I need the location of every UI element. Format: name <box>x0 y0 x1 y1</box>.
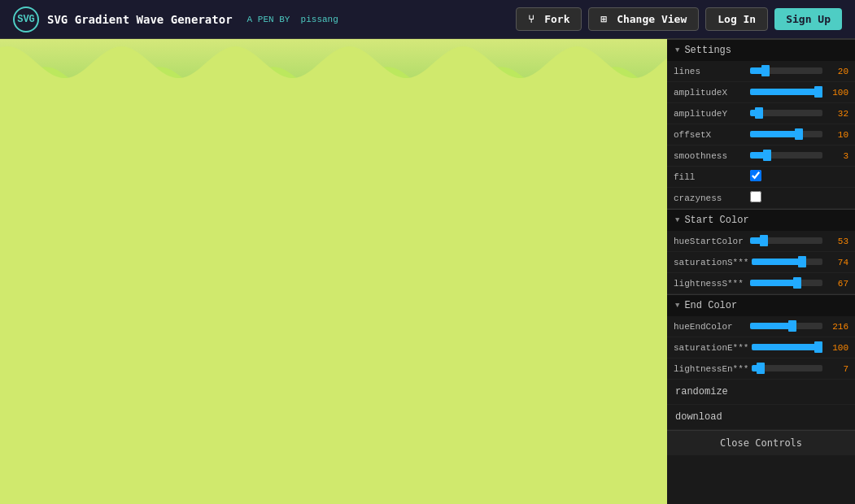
saturationStart-label: saturationS*** <box>674 258 748 267</box>
offsetX-slider-wrap <box>750 129 822 141</box>
app-title: SVG Gradient Wave Generator <box>47 13 233 26</box>
saturationEnd-value: 100 <box>826 343 848 353</box>
settings-section-header[interactable]: Settings <box>667 39 855 61</box>
start-color-label: Start Color <box>684 215 748 226</box>
hueEndColor-label: hueEndColor <box>674 322 747 332</box>
end-color-label: End Color <box>684 300 737 311</box>
randomize-row[interactable]: randomize <box>667 380 855 405</box>
fill-control-row: fill <box>667 167 855 188</box>
hueStartColor-slider-wrap <box>750 236 822 247</box>
lightnessStart-value: 67 <box>826 279 848 289</box>
lightnessEnd-slider-wrap <box>752 363 822 375</box>
fill-label: fill <box>674 172 747 182</box>
download-label: download <box>675 411 722 423</box>
hueStartColor-value: 53 <box>826 237 848 246</box>
hueStartColor-control-row: hueStartColor 53 <box>667 231 855 252</box>
topbar-actions: ⑂ Fork ⊞ Change View Log In Sign Up <box>516 7 842 31</box>
pen-by: A PEN BY pissang <box>247 15 338 24</box>
logo-text: SVG <box>17 14 35 25</box>
end-color-section-header[interactable]: End Color <box>667 294 855 316</box>
amplitudeX-slider[interactable] <box>750 89 822 95</box>
hueEndColor-slider-wrap <box>750 321 822 332</box>
wave-svg <box>0 39 667 504</box>
randomize-label: randomize <box>675 386 728 398</box>
amplitudeY-label: amplitudeY <box>674 109 747 119</box>
saturationStart-slider[interactable] <box>752 259 822 265</box>
controls-panel: Settings lines 20 amplitudeX 100 amplitu… <box>667 39 855 504</box>
fork-icon: ⑂ <box>528 13 534 25</box>
offsetX-control-row: offsetX 10 <box>667 124 855 146</box>
login-button[interactable]: Log In <box>705 7 768 31</box>
offsetX-value: 10 <box>826 130 848 140</box>
wave-canvas-area <box>0 39 667 504</box>
lines-slider[interactable] <box>750 67 822 74</box>
amplitudeX-value: 100 <box>826 88 848 98</box>
amplitudeY-slider[interactable] <box>750 110 822 116</box>
change-view-icon: ⊞ <box>600 13 607 25</box>
lines-slider-wrap <box>750 66 822 77</box>
saturationEnd-control-row: saturationE*** 100 <box>667 337 855 358</box>
amplitudeX-slider-wrap <box>750 87 822 98</box>
signup-button[interactable]: Sign Up <box>774 8 842 30</box>
fill-checkbox[interactable] <box>750 170 761 181</box>
amplitudeX-control-row: amplitudeX 100 <box>667 82 855 103</box>
crazyness-checkbox[interactable] <box>750 191 761 202</box>
saturationStart-value: 74 <box>826 258 848 267</box>
lines-label: lines <box>674 67 747 76</box>
close-controls-button[interactable]: Close Controls <box>667 430 855 455</box>
change-view-button[interactable]: ⊞ Change View <box>588 7 699 31</box>
smoothness-slider[interactable] <box>750 152 822 159</box>
fork-button[interactable]: ⑂ Fork <box>516 7 582 31</box>
amplitudeX-label: amplitudeX <box>674 88 747 98</box>
logo-icon: SVG <box>13 7 39 33</box>
hueStartColor-slider[interactable] <box>750 237 822 244</box>
smoothness-control-row: smoothness 3 <box>667 146 855 167</box>
lightnessStart-slider-wrap <box>750 278 822 289</box>
hueEndColor-value: 216 <box>826 322 848 332</box>
logo-area: SVG SVG Gradient Wave Generator A PEN BY… <box>13 7 338 33</box>
lightnessEnd-control-row: lightnessEn*** 7 <box>667 358 855 380</box>
settings-label: Settings <box>684 45 731 56</box>
lines-control-row: lines 20 <box>667 61 855 82</box>
saturationEnd-label: saturationE*** <box>674 343 748 353</box>
offsetX-slider[interactable] <box>750 131 822 137</box>
lightnessEnd-slider[interactable] <box>752 365 822 371</box>
lightnessEnd-label: lightnessEn*** <box>674 364 748 374</box>
pen-by-label: A PEN BY <box>247 15 290 24</box>
saturationEnd-slider-wrap <box>752 342 822 354</box>
lightnessStart-slider[interactable] <box>750 280 822 286</box>
start-color-section-header[interactable]: Start Color <box>667 209 855 231</box>
amplitudeY-value: 32 <box>826 109 848 119</box>
download-row[interactable]: download <box>667 405 855 430</box>
offsetX-label: offsetX <box>674 130 747 140</box>
lightnessStart-label: lightnessS*** <box>674 279 747 289</box>
smoothness-slider-wrap <box>750 150 822 162</box>
lightnessStart-control-row: lightnessS*** 67 <box>667 273 855 294</box>
hueStartColor-label: hueStartColor <box>674 237 747 246</box>
lightnessEnd-value: 7 <box>826 364 848 374</box>
lines-value: 20 <box>826 67 848 76</box>
saturationStart-slider-wrap <box>752 257 822 268</box>
saturationStart-control-row: saturationS*** 74 <box>667 252 855 273</box>
author-name: pissang <box>301 15 338 24</box>
saturationEnd-slider[interactable] <box>752 344 822 350</box>
amplitudeY-slider-wrap <box>750 108 822 119</box>
smoothness-value: 3 <box>826 151 848 161</box>
hueEndColor-slider[interactable] <box>750 323 822 329</box>
hueEndColor-control-row: hueEndColor 216 <box>667 316 855 337</box>
topbar: SVG SVG Gradient Wave Generator A PEN BY… <box>0 0 855 39</box>
crazyness-control-row: crazyness <box>667 188 855 209</box>
amplitudeY-control-row: amplitudeY 32 <box>667 103 855 124</box>
smoothness-label: smoothness <box>674 151 747 161</box>
crazyness-label: crazyness <box>674 193 747 203</box>
